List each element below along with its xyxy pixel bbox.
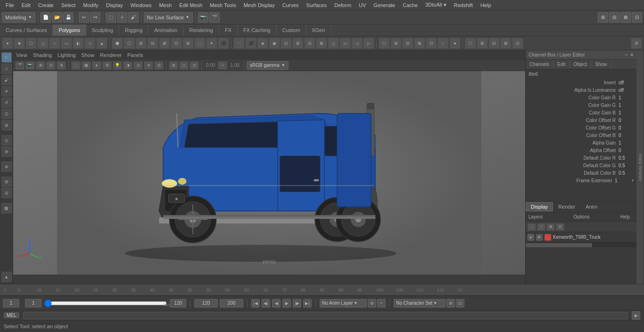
channel-row-cor[interactable]: Color Offset R 0	[526, 116, 636, 124]
play-fwd-btn[interactable]: ▶	[282, 299, 291, 308]
layer-row-kenworth[interactable]: V P Kenworth_T680_Truck	[526, 232, 636, 243]
layers-menu-options[interactable]: Options	[573, 214, 589, 219]
snap-tool-btn6[interactable]: ⊞	[292, 38, 304, 49]
prism-icon-btn[interactable]: ◇	[84, 38, 96, 49]
snap-tool-btn9[interactable]: △	[328, 38, 339, 49]
snap-tool-btn1[interactable]: ⋯	[233, 38, 245, 49]
menu-curves[interactable]: Curves	[279, 1, 303, 9]
d-tab-display[interactable]: Display	[526, 202, 553, 211]
playback-range-start[interactable]	[194, 299, 218, 308]
range-end-input[interactable]	[170, 299, 186, 308]
poly-tool-btn1[interactable]: ⬢	[112, 38, 123, 49]
vp-light-btn[interactable]: 💡	[113, 61, 122, 70]
snap-tool-btn11[interactable]: ◁	[351, 38, 363, 49]
layer-visibility-btn[interactable]: V	[528, 234, 534, 241]
vp-ao-btn[interactable]: ◎	[133, 61, 143, 70]
tab-fx-caching[interactable]: FX Caching	[238, 24, 276, 36]
lasso-tool-btn[interactable]: ⊹	[1, 64, 12, 74]
ui-btn3[interactable]: ⊠	[620, 12, 631, 23]
menu-redshift[interactable]: Redshift	[450, 1, 477, 9]
vp-hud-btn[interactable]: ⊟	[154, 61, 164, 70]
step-fwd-btn[interactable]: |▶	[293, 299, 301, 308]
command-input[interactable]	[23, 312, 628, 319]
snap-tool-btn3[interactable]: ◈	[257, 38, 268, 49]
timeline-slider[interactable]	[44, 300, 167, 306]
viewport-canvas[interactable]: K z y x persp	[13, 71, 525, 275]
snap-tool-btn7[interactable]: ⊟	[304, 38, 315, 49]
snap-curve-btn[interactable]: ⊟	[1, 188, 12, 198]
plane-icon-btn[interactable]: ▭	[61, 38, 72, 49]
tab-sculpting[interactable]: Sculpting	[86, 24, 119, 36]
poly-tool-btn9[interactable]: ✦	[206, 38, 217, 49]
cube-icon-btn[interactable]: ■	[14, 38, 25, 49]
current-frame-input[interactable]	[3, 299, 19, 308]
render-btn1[interactable]: ⬡	[379, 38, 390, 49]
gamma-dropdown[interactable]: sRGB gamma ▼	[247, 61, 289, 70]
tab-fx[interactable]: FX	[219, 24, 238, 36]
poly-tool-btn6[interactable]: ⊡	[171, 38, 182, 49]
misc-btn4[interactable]: ⊠	[500, 38, 512, 49]
vp-cam-btn[interactable]: 🎬	[15, 61, 25, 70]
settings-icon-btn[interactable]: ⚙	[631, 38, 642, 49]
select-btn[interactable]: ⬚	[106, 12, 116, 23]
misc-btn2[interactable]: ⊞	[477, 38, 488, 49]
cb-tab-edit[interactable]: Edit	[553, 61, 570, 68]
channel-fe-dropdown[interactable]: ▼	[631, 178, 635, 183]
skip-to-end-btn[interactable]: ▶|	[303, 299, 312, 308]
tab-rigging[interactable]: Rigging	[119, 24, 149, 36]
channel-row-cog[interactable]: Color Offset G 0	[526, 124, 636, 131]
menu-display[interactable]: Display	[102, 1, 127, 9]
snap-tool-btn4[interactable]: ◉	[269, 38, 280, 49]
snap-grid-btn[interactable]: ⊞	[1, 177, 12, 187]
tab-polygons[interactable]: Polygons	[53, 24, 86, 36]
tab-rendering[interactable]: Rendering	[183, 24, 219, 36]
scrollbar-thumb[interactable]	[526, 243, 592, 247]
playback-range-end[interactable]	[220, 299, 243, 308]
d-tab-render[interactable]: Render	[553, 202, 580, 211]
layers-menu-help[interactable]: Help	[620, 214, 630, 219]
layer-add4-btn[interactable]: ⊡	[556, 223, 564, 231]
char-set-dropdown[interactable]: No Character Set ▼	[394, 299, 446, 308]
sphere-icon-btn[interactable]: ●	[2, 38, 13, 49]
menu-edit[interactable]: Edit	[18, 1, 34, 9]
channel-row-cgg[interactable]: Color Gain G 1	[526, 101, 636, 109]
vp-wireframe-btn[interactable]: ▦	[82, 61, 91, 70]
channel-row-dcr[interactable]: Default Color R 0.5	[526, 154, 636, 162]
anim-layer-settings-btn[interactable]: ⚙	[368, 299, 376, 308]
vp-texture-btn[interactable]: ⊞	[102, 61, 112, 70]
vp-smooth-btn[interactable]: ●	[92, 61, 101, 70]
mode-dropdown[interactable]: Modeling ▼	[2, 12, 35, 23]
channel-row-alpha-lum[interactable]: Alpha Is Luminance off	[526, 86, 636, 94]
lasso-btn[interactable]: ⊹	[117, 12, 127, 23]
snap-tool-btn10[interactable]: ▭	[339, 38, 351, 49]
menu-edit-mesh[interactable]: Edit Mesh	[175, 1, 206, 9]
redo-btn[interactable]: ↪	[90, 12, 100, 23]
menu-cache[interactable]: Cache	[399, 1, 421, 9]
vp-isolate-btn[interactable]: ⊡	[46, 61, 56, 70]
channel-row-cob[interactable]: Color Offset B 0	[526, 131, 636, 139]
render-btn5[interactable]: ⊡	[426, 38, 437, 49]
menu-help[interactable]: Help	[477, 1, 495, 9]
ui-btn2[interactable]: ⊟	[609, 12, 619, 23]
poly-tool-btn8[interactable]: ⬚	[194, 38, 206, 49]
menu-deform[interactable]: Deform	[330, 1, 355, 9]
poly-tool-btn10[interactable]: ⬛	[218, 38, 229, 49]
attribute-editor-label[interactable]: Attribute Editor	[636, 50, 644, 284]
cb-close-btn[interactable]: ✕	[630, 52, 634, 57]
layer-p-btn[interactable]: P	[536, 234, 543, 241]
open-btn[interactable]: 📂	[52, 12, 62, 23]
layer-add-btn[interactable]: ↓	[528, 223, 536, 231]
vp-cam2-btn[interactable]: 📷	[25, 61, 35, 70]
tab-xgen[interactable]: XGen	[306, 24, 331, 36]
cam-btn1[interactable]: 📷	[198, 12, 208, 23]
menu-mesh[interactable]: Mesh	[155, 1, 175, 9]
vp-render-btn[interactable]: ⊡	[190, 61, 199, 70]
play-back-btn[interactable]: ◀	[272, 299, 281, 308]
misc-btn1[interactable]: ⬡	[465, 38, 476, 49]
pyramid-icon-btn[interactable]: ▲	[96, 38, 107, 49]
live-surface-dropdown[interactable]: No Live Surface ▼	[144, 12, 193, 23]
render-btn7[interactable]: ●	[449, 38, 461, 49]
skip-to-start-btn[interactable]: |◀	[251, 299, 260, 308]
save-btn[interactable]: 💾	[63, 12, 74, 23]
snap-tool-btn2[interactable]: ⬛	[245, 38, 256, 49]
